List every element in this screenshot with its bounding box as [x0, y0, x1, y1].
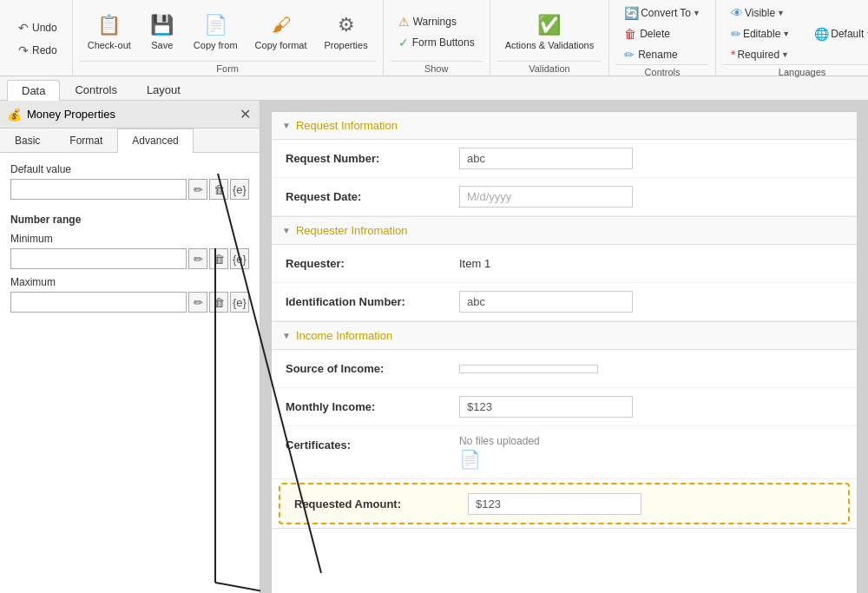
copy-format-label: Copy format — [255, 39, 307, 51]
identification-number-value: abc — [459, 291, 843, 313]
request-information-header[interactable]: ▼ Request Information — [272, 112, 857, 140]
monthly-income-field[interactable]: $123 — [459, 396, 633, 418]
default-value-input[interactable] — [10, 179, 187, 200]
convert-to-button[interactable]: 🔄 Convert To ▼ — [616, 3, 708, 23]
undo-button[interactable]: ↶ Undo — [10, 17, 65, 38]
maximum-delete-btn[interactable]: 🗑 — [209, 292, 228, 313]
minimum-input[interactable] — [10, 248, 187, 269]
convert-icon: 🔄 — [624, 6, 639, 20]
minimum-expr-btn[interactable]: {e} — [230, 248, 249, 269]
editable-label: Editable — [743, 28, 780, 40]
default-value-edit-btn[interactable]: ✏ — [188, 179, 207, 200]
warnings-button[interactable]: ⚠ Warnings — [391, 12, 483, 31]
actions-validations-button[interactable]: ✅ Actions & Validations — [497, 5, 602, 59]
request-date-field[interactable]: M/d/yyyy — [459, 186, 633, 208]
request-date-label: Request Date: — [286, 190, 459, 203]
toolbar: ↶ Undo ↷ Redo 📋 Check-out 💾 Save 📄 Copy … — [0, 0, 868, 76]
form-group-label: Form — [80, 61, 376, 74]
checkout-button[interactable]: 📋 Check-out — [80, 5, 139, 59]
form-buttons-button[interactable]: ✓ Form Buttons — [391, 33, 483, 52]
maximum-input[interactable] — [10, 292, 187, 313]
languages-group: 👁 Visible ▼ ✏ Editable ▼ * Required ▼ 🌐 — [716, 0, 868, 76]
tab-data[interactable]: Data — [7, 80, 60, 101]
number-range-group: Number range Minimum ✏ 🗑 {e} Maximum ✏ 🗑… — [10, 214, 249, 313]
editable-icon: ✏ — [731, 27, 741, 41]
main-tab-bar: Data Controls Layout — [0, 76, 868, 101]
minimum-delete-btn[interactable]: 🗑 — [209, 248, 228, 269]
source-of-income-field[interactable] — [459, 365, 598, 373]
delete-button[interactable]: 🗑 Delete — [616, 24, 708, 43]
save-button[interactable]: 💾 Save — [141, 5, 184, 59]
checkout-label: Check-out — [88, 39, 131, 51]
delete-icon: 🗑 — [624, 27, 636, 41]
requested-amount-highlighted-row: Requested Amount: $123 — [279, 483, 850, 524]
identification-number-field[interactable]: abc — [459, 291, 633, 313]
controls-buttons: 🔄 Convert To ▼ 🗑 Delete ✏ Rename — [616, 3, 708, 64]
identification-number-label: Identification Number: — [286, 295, 459, 308]
no-files-text: No files uploaded — [459, 435, 540, 447]
income-information-title: Income Information — [296, 329, 392, 342]
section-toggle-requester[interactable]: ▼ — [282, 226, 291, 235]
save-icon: 💾 — [150, 13, 174, 38]
tab-controls[interactable]: Controls — [60, 79, 131, 100]
certificates-file-area: No files uploaded 📄 — [459, 435, 540, 470]
maximum-expr-btn[interactable]: {e} — [230, 292, 249, 313]
requester-field: Item 1 — [459, 257, 490, 270]
copy-from-button[interactable]: 📄 Copy from — [186, 5, 246, 59]
editable-button[interactable]: ✏ Editable ▼ — [723, 24, 798, 43]
left-panel: 💰 Money Properties ✕ Basic Format Advanc… — [0, 101, 260, 593]
panel-tab-format[interactable]: Format — [55, 128, 117, 152]
rename-label: Rename — [638, 49, 677, 61]
right-content: ▼ Request Information Request Number: ab… — [260, 101, 868, 593]
tab-layout[interactable]: Layout — [132, 79, 195, 100]
validation-group-label: Validation — [497, 61, 602, 74]
visible-button[interactable]: 👁 Visible ▼ — [723, 3, 798, 23]
close-button[interactable]: ✕ — [238, 106, 253, 122]
actions-validations-label: Actions & Validations — [505, 39, 595, 51]
required-label: Required — [737, 49, 779, 61]
requester-information-header[interactable]: ▼ Requester Infromation — [272, 217, 857, 245]
minimum-edit-btn[interactable]: ✏ — [188, 248, 207, 269]
source-of-income-row: Source of Income: — [272, 350, 857, 388]
income-information-header[interactable]: ▼ Income Information — [272, 322, 857, 350]
undo-label: Undo — [32, 22, 57, 34]
maximum-edit-btn[interactable]: ✏ — [188, 292, 207, 313]
default-button[interactable]: 🌐 Default ▼ — [806, 24, 868, 43]
actions-icon: ✅ — [537, 13, 561, 38]
certificates-row: Certificates: No files uploaded 📄 — [272, 426, 857, 479]
properties-icon: ⚙ — [338, 13, 355, 38]
section-toggle-income[interactable]: ▼ — [282, 331, 291, 340]
file-upload-btn[interactable]: 📄 — [459, 449, 540, 470]
panel-tab-advanced[interactable]: Advanced — [117, 128, 193, 153]
properties-label: Properties — [325, 39, 368, 51]
request-number-field[interactable]: abc — [459, 148, 633, 169]
required-button[interactable]: * Required ▼ — [723, 45, 798, 64]
rename-button[interactable]: ✏ Rename — [616, 45, 708, 64]
requester-value: Item 1 — [459, 257, 843, 270]
requested-amount-label: Requested Amount: — [294, 497, 468, 511]
controls-group-label: Controls — [616, 64, 708, 77]
default-value-group: Default value ✏ 🗑 {e} — [10, 163, 249, 200]
main-layout: 💰 Money Properties ✕ Basic Format Advanc… — [0, 101, 868, 593]
convert-to-label: Convert To — [641, 7, 691, 19]
redo-icon: ↷ — [18, 43, 29, 57]
panel-header-left: 💰 Money Properties — [7, 108, 115, 122]
panel-tab-basic[interactable]: Basic — [0, 128, 55, 152]
monthly-income-row: Monthly Income: $123 — [272, 388, 857, 426]
properties-button[interactable]: ⚙ Properties — [317, 5, 376, 59]
show-group: ⚠ Warnings ✓ Form Buttons Show — [384, 0, 490, 76]
redo-button[interactable]: ↷ Redo — [10, 40, 65, 61]
required-dropdown-arrow: ▼ — [781, 50, 789, 59]
editable-dropdown-arrow: ▼ — [782, 30, 790, 38]
certificates-value: No files uploaded 📄 — [459, 435, 843, 470]
requested-amount-field[interactable]: $123 — [468, 493, 641, 515]
default-value-delete-btn[interactable]: 🗑 — [209, 179, 228, 200]
copy-from-icon: 📄 — [204, 13, 227, 38]
panel-content: Default value ✏ 🗑 {e} Number range Minim… — [0, 153, 260, 337]
panel-title: Money Properties — [27, 108, 115, 121]
controls-group: 🔄 Convert To ▼ 🗑 Delete ✏ Rename Control… — [609, 0, 716, 76]
section-toggle-request[interactable]: ▼ — [282, 121, 291, 130]
request-information-section: ▼ Request Information Request Number: ab… — [272, 112, 857, 217]
copy-format-button[interactable]: 🖌 Copy format — [247, 5, 315, 59]
default-value-expr-btn[interactable]: {e} — [230, 179, 249, 200]
